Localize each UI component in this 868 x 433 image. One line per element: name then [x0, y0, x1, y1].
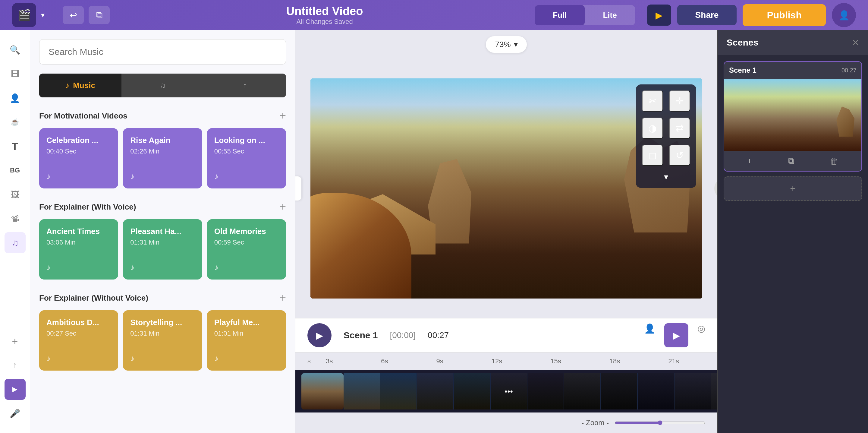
music-card-old-memories[interactable]: Old Memories 00:59 Sec ♪: [207, 219, 286, 280]
card-playful-name: Playful Me...: [214, 318, 279, 328]
timeline-media-button[interactable]: ▶: [664, 323, 688, 347]
music-card-playful[interactable]: Playful Me... 01:01 Min ♪: [207, 310, 286, 371]
save-status: All Changes Saved: [297, 18, 353, 26]
scene-card-1[interactable]: Scene 1 00:27 + ⧉ 🗑: [724, 61, 862, 172]
sidebar-item-person[interactable]: 👤: [4, 87, 26, 109]
section-motivational-add[interactable]: +: [280, 110, 286, 122]
canvas-main: ‹ ✂ ✛ ◑ ⇄: [296, 59, 717, 318]
mask-button[interactable]: ◻: [642, 145, 663, 166]
scenes-title: Scenes: [727, 37, 758, 48]
timeline-track[interactable]: 00:27 🔊 •••: [296, 370, 717, 412]
logo-dropdown-arrow[interactable]: ▾: [41, 11, 44, 19]
section-explainer-voice-add[interactable]: +: [280, 201, 286, 213]
tab-music[interactable]: ♪ Music: [39, 74, 121, 97]
toolbar-expand[interactable]: ▾: [642, 172, 690, 182]
undo-button[interactable]: ↩: [63, 6, 84, 24]
timeline-camera-icon[interactable]: ◎: [698, 323, 705, 347]
scene-1-delete-button[interactable]: 🗑: [830, 156, 838, 166]
crop-button[interactable]: ✂: [642, 90, 663, 112]
music-card-celebration[interactable]: Celebration ... 00:40 Sec ♪: [39, 128, 118, 189]
section-motivational-header: For Motivational Videos +: [39, 110, 286, 122]
timeline-person-icon[interactable]: 👤: [644, 323, 655, 347]
collapse-panel-arrow[interactable]: ‹: [296, 176, 301, 201]
section-explainer-novoice-header: For Explainer (Without Voice) +: [39, 292, 286, 304]
sidebar-item-film[interactable]: 📽: [4, 208, 26, 229]
timeline-thumbnail: [301, 373, 344, 409]
replace-button[interactable]: ⇄: [669, 118, 690, 139]
preview-play-button[interactable]: ▶: [647, 4, 671, 26]
timeline-filmstrip[interactable]: 00:27 🔊 •••: [344, 373, 717, 409]
music-card-rise-again[interactable]: Rise Again 02:26 Min ♪: [123, 128, 202, 189]
ruler-mark-9: 9s: [436, 357, 443, 365]
card-storytelling-name: Storytelling ...: [130, 318, 195, 328]
card-pleasant-name: Pleasant Ha...: [130, 227, 195, 237]
ruler-mark-3: 3s: [326, 357, 333, 365]
sidebar-item-media[interactable]: 🎞: [4, 63, 26, 84]
scenes-list: Scene 1 00:27 + ⧉ 🗑 +: [718, 55, 868, 433]
timeline-scene-name: Scene 1: [344, 330, 378, 340]
sidebar-item-text[interactable]: T: [4, 136, 26, 157]
publish-button[interactable]: Publish: [743, 4, 826, 26]
add-scene-overlay-button[interactable]: +: [714, 178, 717, 199]
music-card-pleasant[interactable]: Pleasant Ha... 01:31 Min ♪: [123, 219, 202, 280]
timeline-start-time: [00:00]: [390, 330, 415, 340]
timeline-play-button[interactable]: ▶: [307, 323, 332, 347]
section-explainer-voice-title: For Explainer (With Voice): [39, 202, 136, 212]
canvas-area: 73% ▾ ‹: [296, 30, 717, 433]
section-explainer-novoice-add[interactable]: +: [280, 292, 286, 304]
music-card-looking-on[interactable]: Looking on ... 00:55 Sec ♪: [207, 128, 286, 189]
logo[interactable]: 🎬: [12, 3, 36, 27]
rotate-button[interactable]: ↺: [669, 145, 690, 166]
sidebar-item-video[interactable]: ▶: [4, 379, 26, 400]
card-rise-icon: ♪: [130, 172, 195, 181]
timeline-ruler: s 3s 6s 9s 12s 15s 18s 21s 24s 27s: [296, 352, 717, 370]
zoom-badge[interactable]: 73% ▾: [486, 36, 527, 53]
copy-button[interactable]: ⧉: [89, 6, 110, 24]
music-card-storytelling[interactable]: Storytelling ... 01:31 Min ♪: [123, 310, 202, 371]
sidebar-item-upload[interactable]: ↑: [4, 355, 26, 376]
scene-1-copy-button[interactable]: ⧉: [788, 156, 794, 166]
sidebar-item-mic[interactable]: 🎤: [4, 403, 26, 424]
add-new-scene-button[interactable]: +: [724, 176, 862, 201]
ruler-mark-15: 15s: [550, 357, 561, 365]
card-ancient-name: Ancient Times: [46, 227, 111, 237]
scene-1-add-button[interactable]: +: [747, 156, 752, 166]
card-playful-duration: 01:01 Min: [214, 329, 279, 338]
tab-upload[interactable]: ↑: [204, 74, 286, 97]
view-full-button[interactable]: Full: [535, 5, 585, 25]
scene-1-header: Scene 1 00:27: [724, 62, 861, 79]
timeline-icons: 👤 ▶ ◎: [644, 323, 705, 347]
avatar[interactable]: 👤: [832, 3, 856, 27]
music-card-ambitious[interactable]: Ambitious D... 00:27 Sec ♪: [39, 310, 118, 371]
timeline-duration: 00:27: [428, 330, 449, 340]
motivational-cards: Celebration ... 00:40 Sec ♪ Rise Again 0…: [39, 128, 286, 189]
card-celebration-name: Celebration ...: [46, 135, 111, 146]
adjust-button[interactable]: ◑: [642, 118, 663, 139]
card-celebration-icon: ♪: [46, 172, 111, 181]
sidebar-item-search[interactable]: 🔍: [4, 39, 26, 60]
sidebar-item-add[interactable]: +: [4, 330, 26, 352]
sidebar-item-scenes[interactable]: ☕: [4, 112, 26, 133]
card-looking-icon: ♪: [214, 172, 279, 181]
zoom-bar: - Zoom -: [296, 412, 717, 433]
video-title[interactable]: Untitled Video: [286, 5, 363, 18]
ruler-mark-0: s: [307, 357, 311, 365]
tab-sfx[interactable]: ♫: [121, 74, 204, 97]
share-button[interactable]: Share: [677, 5, 737, 25]
music-panel: ♪ Music ♫ ↑ For Motivational Videos + Ce…: [30, 30, 296, 433]
card-looking-duration: 00:55 Sec: [214, 147, 279, 155]
move-button[interactable]: ✛: [669, 90, 690, 112]
zoom-value: 73%: [495, 40, 510, 49]
card-rise-name: Rise Again: [130, 135, 195, 146]
scene-1-duration: 00:27: [841, 67, 857, 74]
zoom-slider[interactable]: [615, 420, 705, 425]
music-card-ancient-times[interactable]: Ancient Times 03:06 Min ♪: [39, 219, 118, 280]
scenes-close-button[interactable]: ✕: [852, 38, 859, 48]
sidebar-item-music[interactable]: ♫: [4, 232, 26, 253]
sidebar-item-image[interactable]: 🖼: [4, 184, 26, 205]
ruler-mark-18: 18s: [610, 357, 620, 365]
card-celebration-duration: 00:40 Sec: [46, 147, 111, 155]
view-lite-button[interactable]: Lite: [585, 5, 635, 25]
search-music-input[interactable]: [39, 39, 286, 64]
sidebar-item-bg[interactable]: BG: [4, 160, 26, 181]
